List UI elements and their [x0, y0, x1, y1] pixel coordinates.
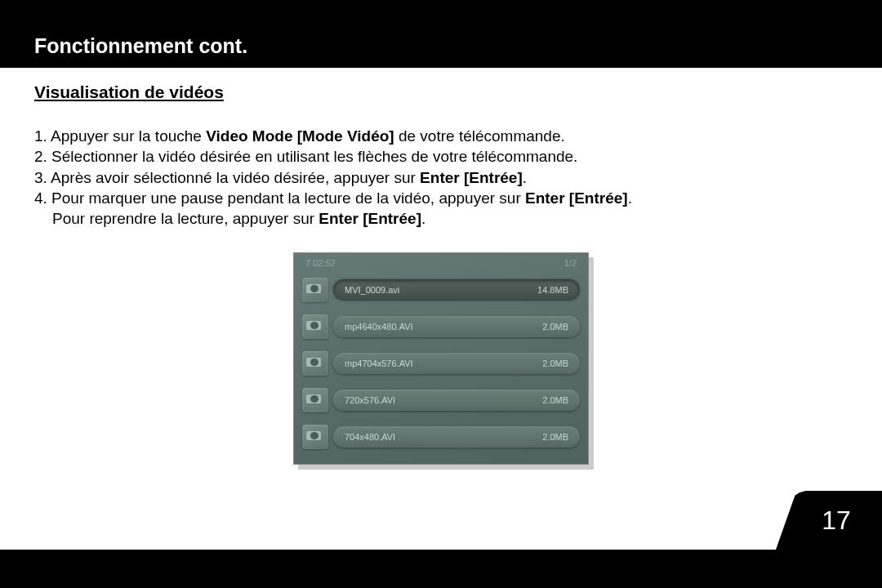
- instruction-4b-suffix: .: [421, 210, 425, 227]
- file-row: 704x480.AVI2.0MB: [302, 421, 580, 452]
- file-name: mp4704x576.AVI: [345, 359, 413, 368]
- file-name: MVI_0009.avi: [345, 285, 399, 295]
- instruction-4b: Pour reprendre la lecture, appuyer sur E…: [34, 209, 848, 229]
- instruction-3-bold: Enter [Entrée]: [420, 169, 523, 186]
- instructions-list: 1. Appuyer sur la touche Video Mode [Mod…: [34, 127, 848, 229]
- instruction-4-bold: Enter [Entrée]: [525, 189, 628, 207]
- page-number-corner: 17: [776, 491, 882, 550]
- instruction-4-suffix: .: [628, 189, 632, 207]
- file-bar: MVI_0009.avi14.8MB: [333, 279, 580, 301]
- file-bar: mp4640x480.AVI2.0MB: [333, 316, 580, 337]
- top-margin-black: [0, 0, 882, 29]
- video-file-icon: [302, 425, 328, 449]
- file-list: MVI_0009.avi14.8MBmp4640x480.AVI2.0MBmp4…: [302, 274, 580, 458]
- instruction-3-prefix: 3. Après avoir sélectionné la vidéo dési…: [34, 169, 420, 186]
- instruction-4b-prefix: Pour reprendre la lecture, appuyer sur: [52, 210, 318, 227]
- video-file-icon: [302, 314, 328, 339]
- device-screenshot: 7 02:52 1/2 MVI_0009.avi14.8MBmp4640x480…: [293, 252, 589, 465]
- file-row: mp4640x480.AVI2.0MB: [302, 311, 580, 342]
- file-bar: mp4704x576.AVI2.0MB: [333, 353, 580, 374]
- file-size: 2.0MB: [542, 322, 568, 332]
- file-bar: 704x480.AVI2.0MB: [333, 426, 580, 448]
- header-bar: Fonctionnement cont.: [0, 29, 882, 68]
- file-row: mp4704x576.AVI2.0MB: [302, 348, 580, 379]
- instruction-1-bold: Video Mode [Mode Vidéo]: [206, 127, 394, 145]
- instruction-1: 1. Appuyer sur la touche Video Mode [Mod…: [34, 127, 848, 146]
- page-title: Fonctionnement cont.: [34, 34, 848, 58]
- instruction-3: 3. Après avoir sélectionné la vidéo dési…: [34, 168, 848, 188]
- file-name: 704x480.AVI: [345, 432, 395, 442]
- video-file-icon: [302, 278, 328, 302]
- file-size: 14.8MB: [537, 285, 568, 295]
- screenshot-status-bar: 7 02:52 1/2: [302, 258, 580, 268]
- device-screenshot-wrapper: 7 02:52 1/2 MVI_0009.avi14.8MBmp4640x480…: [293, 252, 589, 465]
- file-row: MVI_0009.avi14.8MB: [302, 274, 580, 305]
- file-name: mp4640x480.AVI: [345, 322, 413, 332]
- page-number: 17: [807, 506, 851, 536]
- file-bar: 720x576.AVI2.0MB: [333, 390, 580, 411]
- instruction-4: 4. Pour marquer une pause pendant la lec…: [34, 189, 848, 208]
- video-file-icon: [302, 351, 328, 376]
- instruction-1-prefix: 1. Appuyer sur la touche: [34, 127, 206, 145]
- file-name: 720x576.AVI: [345, 395, 395, 405]
- file-row: 720x576.AVI2.0MB: [302, 385, 580, 416]
- screenshot-time: 7 02:52: [305, 258, 336, 268]
- content-area: Visualisation de vidéos 1. Appuyer sur l…: [0, 68, 882, 550]
- screenshot-page-indicator: 1/2: [564, 258, 577, 268]
- instruction-4-prefix: 4. Pour marquer une pause pendant la lec…: [34, 189, 525, 207]
- file-size: 2.0MB: [542, 432, 568, 442]
- video-file-icon: [302, 388, 328, 412]
- instruction-1-suffix: de votre télécommande.: [394, 127, 565, 145]
- instruction-3-suffix: .: [523, 169, 527, 186]
- file-size: 2.0MB: [542, 395, 568, 405]
- subsection-title: Visualisation de vidéos: [34, 82, 848, 102]
- instruction-4b-bold: Enter [Entrée]: [318, 210, 421, 227]
- file-size: 2.0MB: [542, 359, 568, 368]
- instruction-2: 2. Sélectionner la vidéo désirée en util…: [34, 147, 848, 167]
